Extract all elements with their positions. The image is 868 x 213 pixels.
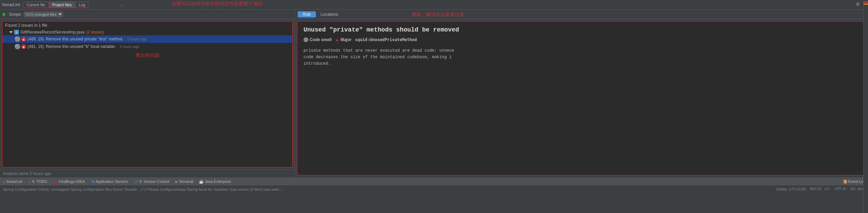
sonarlint-label: SonarLint: xyxy=(2,2,21,7)
tool-findbugs[interactable]: 🐞 FindBugs-IDEA xyxy=(50,177,88,186)
rule-id: squid:UnusedPrivateMethod xyxy=(355,37,417,42)
todo-icon: ✓ xyxy=(28,179,31,184)
status-bar: Spring Configuration Check: Unmapped Spr… xyxy=(0,186,868,192)
file-name: GiftReceiveRecordServiceImp.java xyxy=(21,30,84,35)
major-icon-1: ▲ xyxy=(21,37,26,41)
analysis-done: Analysis done 3 hours ago xyxy=(0,170,295,177)
major-level-icon: ▲ xyxy=(335,37,339,42)
issue-row-2[interactable]: ⊘ ▲ (491, 15) Remove this unused "b" loc… xyxy=(2,43,292,50)
vcs-icon: ⎇ xyxy=(134,179,138,184)
tool-terminal[interactable]: ▶ Terminal xyxy=(173,177,197,186)
scope-label: Scope: xyxy=(9,12,22,17)
tab-rule[interactable]: Rule xyxy=(298,11,316,17)
bottom-tool-bar: ⬥ SonarLint ✓ 6: TODO 🐞 FindBugs-IDEA 🖥 … xyxy=(0,177,868,186)
run-icon[interactable] xyxy=(3,12,6,16)
rule-tabs: Rule Locations xyxy=(295,10,868,19)
expand-icon[interactable] xyxy=(9,31,13,34)
tab-current-file[interactable]: Current file xyxy=(23,2,49,8)
status-right: (today 上午10:58) 482:22 LF↕ UTF-8↕ Git: d… xyxy=(776,187,865,192)
issue-text-2: (491, 15) Remove this unused "b" local v… xyxy=(27,44,139,49)
sonarlint-tool-icon: ⬥ xyxy=(3,179,5,184)
annotation-arrow: ← xyxy=(118,1,125,9)
tool-todo[interactable]: ✓ 6: TODO xyxy=(25,177,50,186)
gear-icon[interactable]: ⚙ xyxy=(856,1,860,7)
analysis-tabs: Current file Project files Log xyxy=(23,2,89,8)
found-issues-header: Found 2 issues in 1 file xyxy=(2,22,292,29)
scope-bar: Scope: VCS changed files xyxy=(0,10,295,19)
smell-badge: Code smell xyxy=(304,37,332,42)
major-icon-2: ▲ xyxy=(21,44,26,49)
lf-text[interactable]: LF↕ xyxy=(825,187,831,192)
top-toolbar: SonarLint: Current file Project files Lo… xyxy=(0,0,868,10)
annotation-issues: 查出的问题 xyxy=(2,50,292,61)
rule-detail: Unused "private" methods should be remov… xyxy=(297,21,866,175)
smell-icon-1: ⊘ xyxy=(15,36,20,42)
rule-description: private methods that are never executed … xyxy=(304,48,859,67)
left-panel: ← 分析 Scope: VCS changed files Found 2 is… xyxy=(0,10,295,177)
issue-count: (2 issues) xyxy=(86,30,104,35)
tab-locations[interactable]: Locations xyxy=(316,11,343,17)
tab-log[interactable]: Log xyxy=(75,2,88,8)
stripe-error xyxy=(864,1,868,3)
right-panel: 规则、解决办法及其位置 Rule Locations Unused "priva… xyxy=(295,10,868,177)
java-file-icon: J xyxy=(14,30,19,35)
terminal-icon: ▶ xyxy=(175,179,178,184)
rule-title: Unused "private" methods should be remov… xyxy=(304,26,859,33)
event-badge: 3 xyxy=(843,180,847,184)
findbugs-icon: 🐞 xyxy=(53,179,58,184)
tool-java-enterprise[interactable]: ☕ Java Enterprise xyxy=(196,177,234,186)
rule-meta: Code smell ▲ Major squid:UnusedPrivateMe… xyxy=(304,37,859,42)
issue-row-1[interactable]: ⊘ ▲ (489, 19) Remove this unused private… xyxy=(2,35,292,43)
java-enterprise-icon: ☕ xyxy=(199,179,204,184)
issues-panel: Found 2 issues in 1 file J GiftReceiveRe… xyxy=(2,21,293,167)
encoding-text[interactable]: UTF-8↕ xyxy=(834,187,847,192)
app-servers-icon: 🖥 xyxy=(91,179,95,184)
tool-app-servers[interactable]: 🖥 Application Servers xyxy=(88,177,131,186)
smell-icon-2: ⊘ xyxy=(15,44,20,49)
stripe-warning xyxy=(864,3,868,5)
scope-select[interactable]: VCS changed files xyxy=(24,12,63,17)
position-text[interactable]: 482:22 xyxy=(810,187,821,192)
main-content: ← 分析 Scope: VCS changed files Found 2 is… xyxy=(0,10,868,177)
tool-vcs[interactable]: ⎇ 9: Version Control xyxy=(131,177,172,186)
tool-sonarlint[interactable]: ⬥ SonarLint xyxy=(0,177,25,186)
code-smell-icon xyxy=(304,37,308,42)
spring-check-text: Spring Configuration Check: Unmapped Spr… xyxy=(3,187,283,191)
file-row: J GiftReceiveRecordServiceImp.java (2 is… xyxy=(2,29,292,35)
major-badge: ▲ Major xyxy=(335,37,352,42)
today-text: (today 上午10:58) xyxy=(776,187,806,192)
right-stripe xyxy=(863,0,868,213)
issue-text-1: (489, 19) Remove this unused private "te… xyxy=(27,37,147,41)
tab-project-files[interactable]: Project files xyxy=(49,2,76,8)
